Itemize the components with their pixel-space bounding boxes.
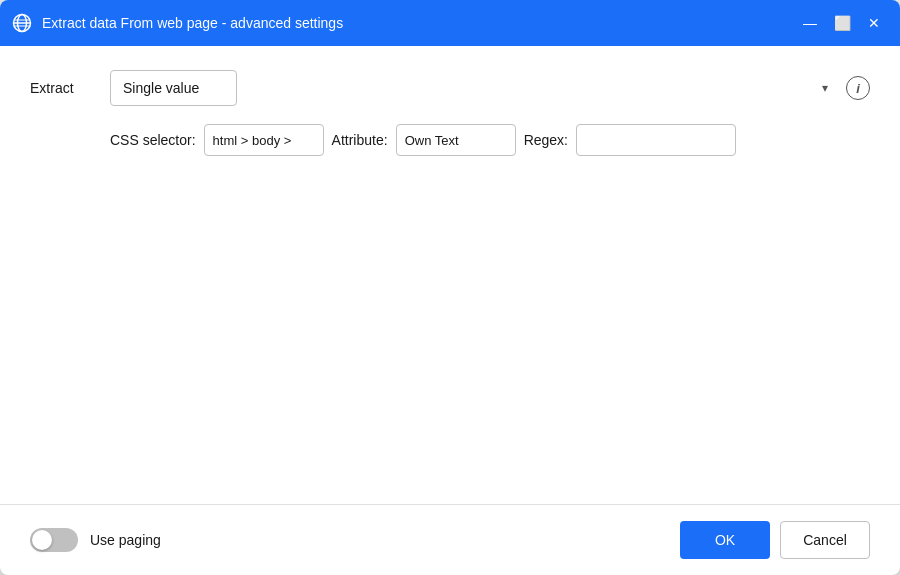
css-selector-label: CSS selector: xyxy=(110,132,196,148)
toggle-knob xyxy=(32,530,52,550)
globe-icon xyxy=(12,13,32,33)
ok-button[interactable]: OK xyxy=(680,521,770,559)
extract-select-inner: Single value List Table ▾ xyxy=(110,70,838,106)
regex-label: Regex: xyxy=(524,132,568,148)
window-controls: — ⬜ ✕ xyxy=(796,9,888,37)
close-button[interactable]: ✕ xyxy=(860,9,888,37)
content-spacer xyxy=(30,156,870,480)
chevron-down-icon: ▾ xyxy=(822,81,828,95)
paging-row: Use paging xyxy=(30,528,161,552)
bottom-section: Use paging OK Cancel xyxy=(0,504,900,575)
fields-row: CSS selector: Attribute: Regex: xyxy=(110,124,870,156)
cancel-button[interactable]: Cancel xyxy=(780,521,870,559)
dialog-content: Extract Single value List Table ▾ i CSS … xyxy=(0,46,900,504)
dialog-title: Extract data From web page - advanced se… xyxy=(42,15,796,31)
extract-row: Extract Single value List Table ▾ i xyxy=(30,70,870,106)
attribute-input[interactable] xyxy=(396,124,516,156)
extract-select-wrapper: Single value List Table ▾ i xyxy=(110,70,870,106)
minimize-button[interactable]: — xyxy=(796,9,824,37)
maximize-button[interactable]: ⬜ xyxy=(828,9,856,37)
attribute-label: Attribute: xyxy=(332,132,388,148)
use-paging-toggle[interactable] xyxy=(30,528,78,552)
extract-select[interactable]: Single value List Table xyxy=(110,70,237,106)
action-buttons: OK Cancel xyxy=(680,521,870,559)
use-paging-label: Use paging xyxy=(90,532,161,548)
extract-label: Extract xyxy=(30,80,110,96)
dialog-window: Extract data From web page - advanced se… xyxy=(0,0,900,575)
regex-input[interactable] xyxy=(576,124,736,156)
title-bar: Extract data From web page - advanced se… xyxy=(0,0,900,46)
css-selector-input[interactable] xyxy=(204,124,324,156)
info-button[interactable]: i xyxy=(846,76,870,100)
